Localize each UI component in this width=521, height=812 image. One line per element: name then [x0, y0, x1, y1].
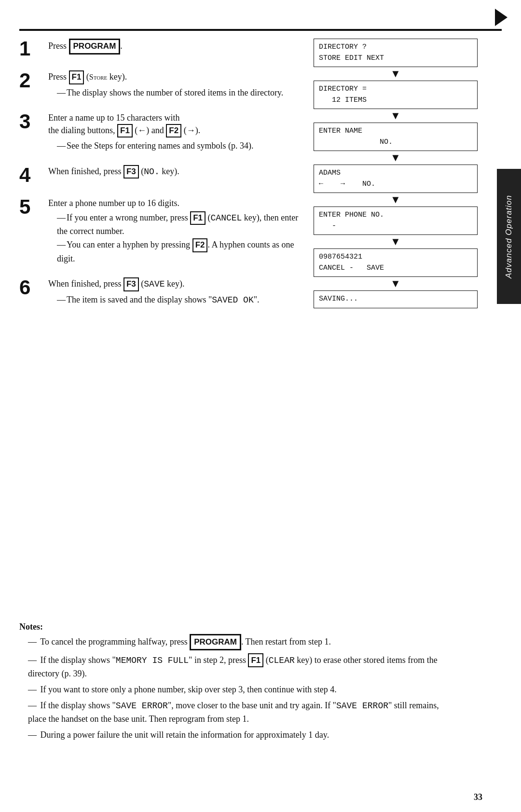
- flow-box-4-line1: ADAMS: [319, 169, 341, 177]
- step-2: 2 Press F1 (Store key). The display show…: [19, 70, 299, 100]
- f3-key-1: F3: [123, 165, 139, 179]
- flow-box-6-line2: CANCEL - SAVE: [319, 264, 384, 272]
- top-arrow-icon: [495, 9, 507, 28]
- sidebar-label: Advanced Operation: [504, 195, 514, 278]
- step-5-bullet-2: You can enter a hyphen by pressing F2. A…: [57, 238, 299, 265]
- step-1-text: Press PROGRAM.: [48, 39, 299, 55]
- step-3: 3 Enter a name up to 15 characters witht…: [19, 111, 299, 153]
- step-4-text: When finished, press F3 (NO. key).: [48, 165, 299, 179]
- flow-box-3-line2: NO.: [319, 138, 393, 146]
- step-2-content: Press F1 (Store key). The display shows …: [48, 70, 299, 100]
- f3-key-2: F3: [123, 277, 139, 291]
- main-content: 1 Press PROGRAM. 2 Press F1 (Store key).…: [19, 39, 482, 773]
- flow-box-7: SAVING...: [314, 290, 478, 308]
- note-5: During a power failure the unit will ret…: [28, 729, 444, 742]
- flow-arrow-2: ▼: [314, 109, 478, 123]
- flow-box-4-line2: ← → NO.: [319, 180, 375, 188]
- flow-box-1: DIRECTORY ? STORE EDIT NEXT: [314, 39, 478, 67]
- step-3-text: Enter a name up to 15 characters withthe…: [48, 111, 299, 138]
- flow-box-4: ADAMS ← → NO.: [314, 165, 478, 193]
- step-4-content: When finished, press F3 (NO. key).: [48, 165, 299, 181]
- flow-box-3-line1: ENTER NAME: [319, 127, 362, 135]
- flow-arrow-4: ▼: [314, 193, 478, 206]
- step-3-number: 3: [19, 111, 43, 132]
- flow-box-7-line1: SAVING...: [319, 295, 358, 303]
- step-5-number: 5: [19, 197, 43, 217]
- step-5-text: Enter a phone number up to 16 digits.: [48, 197, 299, 209]
- program-key-note: PROGRAM: [190, 634, 241, 650]
- sidebar-tab: Advanced Operation: [497, 169, 521, 304]
- flow-box-5-line2: -: [319, 222, 336, 230]
- f1-key-3: F1: [190, 211, 206, 225]
- step-3-content: Enter a name up to 15 characters withthe…: [48, 111, 299, 153]
- step-6-number: 6: [19, 277, 43, 298]
- step-4-number: 4: [19, 165, 43, 185]
- step-4: 4 When finished, press F3 (NO. key).: [19, 165, 299, 185]
- f2-key-2: F2: [192, 238, 208, 252]
- flow-box-1-line1: DIRECTORY ?: [319, 43, 367, 51]
- program-key-badge: PROGRAM: [69, 39, 121, 55]
- f1-key-2: F1: [117, 124, 133, 138]
- note-4: If the display shows "SAVE ERROR", move …: [28, 699, 444, 726]
- flow-box-5-line1: ENTER PHONE NO.: [319, 211, 384, 219]
- step-5: 5 Enter a phone number up to 16 digits. …: [19, 197, 299, 266]
- step-3-bullet: See the Steps for entering names and sym…: [57, 139, 299, 152]
- notes-section: Notes: To cancel the programming halfway…: [19, 622, 444, 744]
- step-6: 6 When finished, press F3 (SAVE key). Th…: [19, 277, 299, 307]
- f1-key-note: F1: [248, 653, 263, 668]
- step-6-text: When finished, press F3 (SAVE key).: [48, 277, 299, 291]
- note-2: If the display shows "MEMORY IS FULL" in…: [28, 653, 444, 681]
- step-5-content: Enter a phone number up to 16 digits. If…: [48, 197, 299, 266]
- flow-box-1-line2: STORE EDIT NEXT: [319, 54, 384, 62]
- step-2-text: Press F1 (Store key).: [48, 70, 299, 84]
- flow-box-2: DIRECTORY = 12 ITEMS: [314, 81, 478, 109]
- flow-box-2-line1: DIRECTORY =: [319, 85, 367, 93]
- flow-arrow-1: ▼: [314, 67, 478, 81]
- f1-key-badge: F1: [69, 70, 84, 84]
- flow-arrow-6: ▼: [314, 277, 478, 290]
- flow-box-5: ENTER PHONE NO. -: [314, 206, 478, 235]
- step-6-content: When finished, press F3 (SAVE key). The …: [48, 277, 299, 307]
- step-1: 1 Press PROGRAM.: [19, 39, 299, 59]
- note-3: If you want to store only a phone number…: [28, 683, 444, 696]
- page-number: 33: [474, 792, 482, 802]
- step-2-number: 2: [19, 70, 43, 91]
- top-divider: [19, 29, 502, 31]
- notes-title: Notes:: [19, 622, 444, 632]
- flow-box-6-line1: 0987654321: [319, 253, 362, 261]
- step-5-bullet-1: If you enter a wrong number, press F1 (C…: [57, 211, 299, 238]
- step-2-bullet: The display shows the number of stored i…: [57, 86, 299, 99]
- f2-key-1: F2: [166, 124, 181, 138]
- step-1-content: Press PROGRAM.: [48, 39, 299, 56]
- flow-arrow-3: ▼: [314, 151, 478, 165]
- flow-diagram: DIRECTORY ? STORE EDIT NEXT ▼ DIRECTORY …: [314, 39, 478, 308]
- step-1-number: 1: [19, 39, 43, 59]
- steps-column: 1 Press PROGRAM. 2 Press F1 (Store key).…: [19, 39, 299, 319]
- flow-box-6: 0987654321 CANCEL - SAVE: [314, 248, 478, 277]
- flow-box-2-line2: 12 ITEMS: [319, 96, 367, 104]
- note-1: To cancel the programming halfway, press…: [28, 634, 444, 650]
- flow-arrow-5: ▼: [314, 235, 478, 248]
- step-6-bullet: The item is saved and the display shows …: [57, 293, 299, 306]
- flow-box-3: ENTER NAME NO.: [314, 123, 478, 151]
